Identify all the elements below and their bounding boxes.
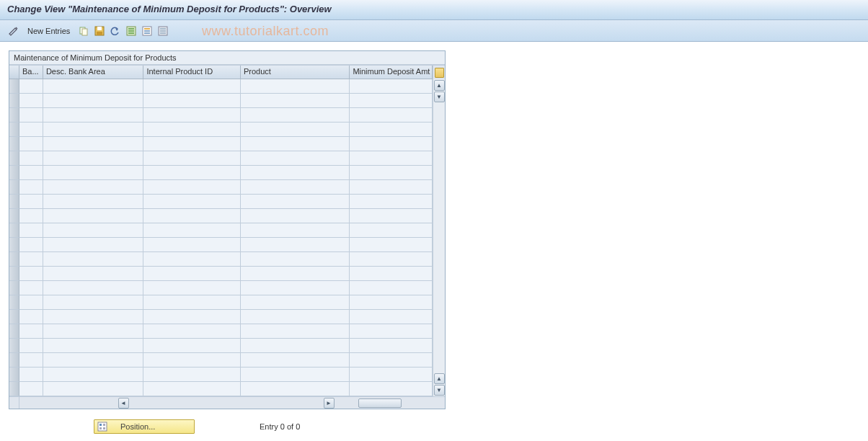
table-cell[interactable]: [19, 267, 43, 281]
table-cell[interactable]: [241, 252, 350, 267]
row-selector[interactable]: [9, 238, 19, 252]
table-cell[interactable]: [19, 382, 43, 396]
table-cell[interactable]: [19, 310, 43, 324]
table-cell[interactable]: [43, 324, 144, 339]
table-cell[interactable]: [143, 281, 241, 295]
save-icon[interactable]: [93, 24, 106, 37]
row-selector[interactable]: [9, 281, 19, 295]
table-cell[interactable]: [350, 122, 433, 137]
table-cell[interactable]: [350, 151, 433, 166]
table-cell[interactable]: [241, 166, 350, 180]
table-cell[interactable]: [19, 238, 43, 252]
table-cell[interactable]: [43, 281, 144, 295]
table-cell[interactable]: [350, 382, 433, 396]
table-cell[interactable]: [241, 353, 350, 368]
table-cell[interactable]: [143, 310, 241, 324]
new-entries-button[interactable]: New Entries: [23, 25, 74, 37]
table-cell[interactable]: [241, 368, 350, 382]
column-header[interactable]: Ba...: [19, 66, 43, 79]
table-cell[interactable]: [43, 166, 144, 180]
table-cell[interactable]: [241, 195, 350, 209]
column-header[interactable]: Minimum Deposit Amt: [350, 66, 433, 79]
table-cell[interactable]: [43, 122, 144, 137]
table-cell[interactable]: [241, 79, 350, 94]
table-cell[interactable]: [143, 195, 241, 209]
table-cell[interactable]: [241, 209, 350, 223]
row-selector[interactable]: [9, 79, 19, 94]
table-cell[interactable]: [241, 238, 350, 252]
select-block-icon[interactable]: [141, 24, 154, 37]
table-cell[interactable]: [241, 382, 350, 396]
table-cell[interactable]: [19, 353, 43, 368]
table-cell[interactable]: [241, 94, 350, 108]
row-selector[interactable]: [9, 368, 19, 382]
table-cell[interactable]: [19, 137, 43, 151]
table-cell[interactable]: [43, 195, 144, 209]
table-cell[interactable]: [143, 353, 241, 368]
table-cell[interactable]: [143, 122, 241, 137]
scroll-left-icon[interactable]: ◄: [118, 398, 129, 409]
table-cell[interactable]: [43, 252, 144, 267]
hscroll-thumb[interactable]: [358, 398, 402, 408]
table-cell[interactable]: [19, 368, 43, 382]
table-cell[interactable]: [43, 137, 144, 151]
column-header[interactable]: Internal Product ID: [143, 66, 241, 79]
table-cell[interactable]: [350, 209, 433, 223]
table-cell[interactable]: [241, 324, 350, 339]
table-cell[interactable]: [350, 281, 433, 295]
scroll-up-icon[interactable]: ▲: [434, 373, 445, 384]
table-cell[interactable]: [350, 368, 433, 382]
table-cell[interactable]: [43, 223, 144, 238]
scroll-down-icon[interactable]: ▼: [434, 385, 445, 396]
table-cell[interactable]: [143, 267, 241, 281]
table-cell[interactable]: [143, 79, 241, 94]
table-cell[interactable]: [350, 180, 433, 195]
table-cell[interactable]: [19, 223, 43, 238]
table-cell[interactable]: [350, 324, 433, 339]
row-selector[interactable]: [9, 295, 19, 310]
table-cell[interactable]: [143, 223, 241, 238]
row-selector[interactable]: [9, 209, 19, 223]
table-cell[interactable]: [350, 339, 433, 353]
table-cell[interactable]: [19, 108, 43, 122]
row-selector[interactable]: [9, 324, 19, 339]
row-selector[interactable]: [9, 166, 19, 180]
row-selector[interactable]: [9, 122, 19, 137]
table-cell[interactable]: [43, 238, 144, 252]
table-cell[interactable]: [43, 108, 144, 122]
table-config-icon[interactable]: [433, 66, 445, 79]
table-cell[interactable]: [350, 137, 433, 151]
table-cell[interactable]: [143, 94, 241, 108]
position-button[interactable]: Position...: [94, 419, 195, 434]
row-selector[interactable]: [9, 339, 19, 353]
table-cell[interactable]: [19, 79, 43, 94]
table-cell[interactable]: [43, 339, 144, 353]
table-cell[interactable]: [19, 122, 43, 137]
table-cell[interactable]: [19, 166, 43, 180]
table-cell[interactable]: [241, 267, 350, 281]
table-cell[interactable]: [143, 295, 241, 310]
table-cell[interactable]: [241, 137, 350, 151]
column-header[interactable]: Product: [241, 66, 350, 79]
table-cell[interactable]: [43, 353, 144, 368]
table-cell[interactable]: [19, 281, 43, 295]
row-selector[interactable]: [9, 108, 19, 122]
row-selector[interactable]: [9, 353, 19, 368]
table-cell[interactable]: [19, 252, 43, 267]
table-cell[interactable]: [350, 252, 433, 267]
table-cell[interactable]: [43, 382, 144, 396]
table-cell[interactable]: [350, 310, 433, 324]
copy-as-icon[interactable]: [77, 24, 90, 37]
row-selector[interactable]: [9, 195, 19, 209]
table-cell[interactable]: [143, 166, 241, 180]
table-cell[interactable]: [19, 195, 43, 209]
table-cell[interactable]: [143, 209, 241, 223]
row-selector[interactable]: [9, 267, 19, 281]
row-selector[interactable]: [9, 252, 19, 267]
table-cell[interactable]: [350, 267, 433, 281]
table-cell[interactable]: [19, 94, 43, 108]
table-cell[interactable]: [43, 368, 144, 382]
row-selector[interactable]: [9, 223, 19, 238]
table-cell[interactable]: [241, 151, 350, 166]
undo-icon[interactable]: [109, 24, 122, 37]
